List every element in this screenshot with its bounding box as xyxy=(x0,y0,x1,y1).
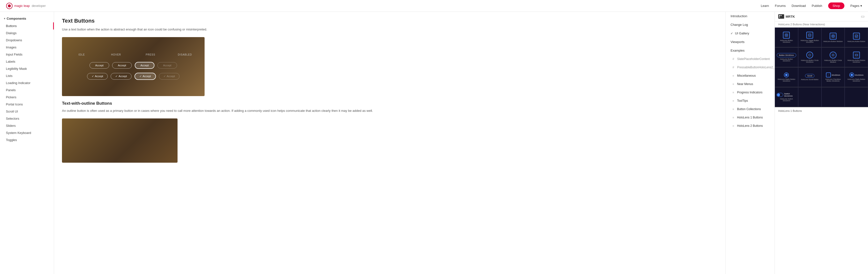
preview-label-2-4: HoloLens Action Button 32x32mm xyxy=(846,60,866,63)
sidebar-item-portal-icons[interactable]: Portal Icons xyxy=(0,101,54,108)
radio-sm-icon xyxy=(849,72,854,77)
pages-item-near-menus[interactable]: ≡ Near Menus xyxy=(725,80,775,88)
preview-cell-1-2: HoloLens Toggle Button 32x32mm xyxy=(798,28,822,47)
preview-row-1: HoloLens Button 32x32mm HoloLens Toggle … xyxy=(775,28,868,47)
sidebar-item-lists[interactable]: Lists xyxy=(0,72,54,79)
nav-links: Learn Forums Download Publish Shop Pages… xyxy=(761,2,862,9)
sidebar-item-panels[interactable]: Panels xyxy=(0,87,54,94)
radio-icon xyxy=(784,72,789,77)
preview-cell-2-1: Button 32x32mm HoloLens Button 32x32mm xyxy=(775,47,798,67)
mrtk-label: MRTK xyxy=(786,15,795,19)
sidebar-item-sliders[interactable]: Sliders xyxy=(0,122,54,129)
demo-btn-disabled: Accept xyxy=(157,62,177,69)
svg-point-10 xyxy=(832,35,834,37)
preview-label-1-4: HoloLens Action Button xyxy=(847,40,865,42)
sidebar-item-buttons[interactable]: Buttons xyxy=(0,22,54,30)
sidebar-item-scroll-ui[interactable]: Scroll UI xyxy=(0,108,54,115)
preview-cell-1-1: HoloLens Button 32x32mm xyxy=(775,28,798,47)
hololens-button-icon-1 xyxy=(783,32,790,39)
components-section-header[interactable]: ▾ Components xyxy=(0,15,54,22)
sidebar-item-labels[interactable]: Labels xyxy=(0,58,54,65)
nav-learn[interactable]: Learn xyxy=(761,4,769,8)
check-icon: ✓ xyxy=(140,75,142,78)
chevron-down-icon: ▾ xyxy=(860,4,862,8)
nav-publish[interactable]: Publish xyxy=(812,4,822,8)
preview-cell-3-2: Scroll HoloLens Scroll Button xyxy=(798,67,822,87)
pages-item-slate-placeholder[interactable]: # SlatePlaceholderContent xyxy=(725,55,775,63)
action-btn-sm-icon xyxy=(853,52,860,59)
components-label: Components xyxy=(7,17,26,21)
demo-btn-check-disabled: ✓ Accept xyxy=(159,73,180,80)
section2-title: Text-with-outline Buttons xyxy=(62,101,717,106)
svg-point-12 xyxy=(809,54,811,56)
demo-column-labels: IDLE HOVER PRESS DISABLED xyxy=(70,53,196,56)
list-icon: ≡ xyxy=(733,108,734,111)
preview-label-3-2: HoloLens Scroll Button xyxy=(801,79,818,80)
svg-rect-2 xyxy=(779,15,780,16)
svg-rect-6 xyxy=(786,34,787,36)
preview-row-4: Switch 32x32mm HoloLens Switch 32x32mm xyxy=(775,87,868,107)
sidebar-item-dropdowns[interactable]: Dropdowns xyxy=(0,37,54,44)
pages-item-hololens1-buttons[interactable]: ≡ HoloLens 1 Buttons xyxy=(725,113,775,122)
pages-item-tooltips[interactable]: ≡ ToolTips xyxy=(725,97,775,105)
preview-label-4-1: HoloLens Switch 32x32mm xyxy=(777,98,797,102)
svg-rect-3 xyxy=(781,15,782,16)
sidebar-item-input-fields[interactable]: Input Fields xyxy=(0,51,54,58)
sidebar-item-images[interactable]: Images xyxy=(0,44,54,51)
sidebar-item-toggles[interactable]: Toggles xyxy=(0,136,54,143)
pages-panel: Introduction Change Log ✓ UI Gallery Vie… xyxy=(725,12,775,274)
nav-download[interactable]: Download xyxy=(792,4,806,8)
main-content: Text Buttons Use a text button when the … xyxy=(54,12,725,274)
sidebar-item-selectors[interactable]: Selectors xyxy=(0,115,54,122)
sidebar-item-loading-indicator[interactable]: Loading Indicator xyxy=(0,79,54,87)
nav-forums[interactable]: Forums xyxy=(775,4,786,8)
demo-btn-idle: Accept xyxy=(90,62,109,69)
sidebar-item-pickers[interactable]: Pickers xyxy=(0,94,54,101)
sidebar-item-legibility-mask[interactable]: Legibility Mask xyxy=(0,65,54,72)
preview-label-2-2: HoloLens Button Circle 32x32mm xyxy=(800,60,820,63)
preview-cell-2-2: HoloLens Button Circle 32x32mm xyxy=(798,47,822,67)
button-demo-image-1: IDLE HOVER PRESS DISABLED Accept Accept … xyxy=(62,37,205,96)
preview-cell-4-3 xyxy=(822,87,845,107)
mrtk-logo: MRTK xyxy=(778,14,795,19)
preview-label-2-1: HoloLens Button 32x32mm xyxy=(777,58,797,62)
mrtk-logo-icon xyxy=(778,14,784,19)
sidebar-item-system-keyboard[interactable]: System Keyboard xyxy=(0,129,54,136)
pages-dropdown-button[interactable]: Pages ▾ xyxy=(850,4,862,8)
preview-cell-3-1: HoloLens Radio Button 32x32mm xyxy=(775,67,798,87)
pages-item-hololens2-buttons[interactable]: ≡ HoloLens 2 Buttons xyxy=(725,122,775,130)
pages-item-pressable-button[interactable]: # PressableButtonHoloLens2_64... xyxy=(725,63,775,71)
preview-cell-2-3: HoloLens Button Circle Medium xyxy=(822,47,845,67)
logo: magic leap developer xyxy=(6,2,46,9)
preview-cell-4-1: Switch 32x32mm HoloLens Switch 32x32mm xyxy=(775,87,798,107)
hololens1-buttons-label: HoloLens 1 Buttons xyxy=(775,107,868,114)
pages-item-button-collections[interactable]: ≡ Button Collections xyxy=(725,105,775,113)
preview-row-2: Button 32x32mm HoloLens Button 32x32mm H… xyxy=(775,47,868,67)
pages-item-miscellaneous[interactable]: ≡ Miscellaneous xyxy=(725,71,775,80)
pages-item-examples[interactable]: Examples xyxy=(725,46,775,55)
sidebar-item-dialogs[interactable]: Dialogs xyxy=(0,30,54,37)
pages-item-progress-indicators[interactable]: ≡ Progress Indicators xyxy=(725,88,775,97)
checkbox-icon: ✓ xyxy=(826,72,831,77)
mrtk-icon-svg xyxy=(779,15,784,18)
col-idle: IDLE xyxy=(70,53,93,56)
minimize-button[interactable]: ▭ xyxy=(861,14,865,19)
hash-icon: # xyxy=(733,57,734,61)
preview-label-1-3: HoloLens Button Medium xyxy=(824,40,843,42)
list-icon: ≡ xyxy=(733,91,734,94)
hololens-toggle-icon xyxy=(806,32,813,39)
pages-item-changelog[interactable]: Change Log xyxy=(725,21,775,29)
hash-icon: # xyxy=(733,66,734,69)
svg-point-1 xyxy=(8,4,11,7)
col-disabled: DISABLED xyxy=(174,53,196,56)
page-title: Text Buttons xyxy=(62,18,717,24)
pages-item-ui-gallery[interactable]: ✓ UI Gallery xyxy=(725,29,775,38)
left-sidebar: ▾ Components Buttons Dialogs Dropdowns I… xyxy=(0,12,54,274)
shop-button[interactable]: Shop xyxy=(828,2,844,9)
preview-cell-3-4: 32x32mm HoloLens Radio Button 32x32mm xyxy=(845,67,868,87)
main-layout: ▾ Components Buttons Dialogs Dropdowns I… xyxy=(0,12,868,274)
check-icon: ✓ xyxy=(731,32,733,35)
pages-item-introduction[interactable]: Introduction xyxy=(725,12,775,21)
btn-circle-icon-2 xyxy=(830,52,837,59)
pages-item-viewports[interactable]: Viewports xyxy=(725,38,775,46)
